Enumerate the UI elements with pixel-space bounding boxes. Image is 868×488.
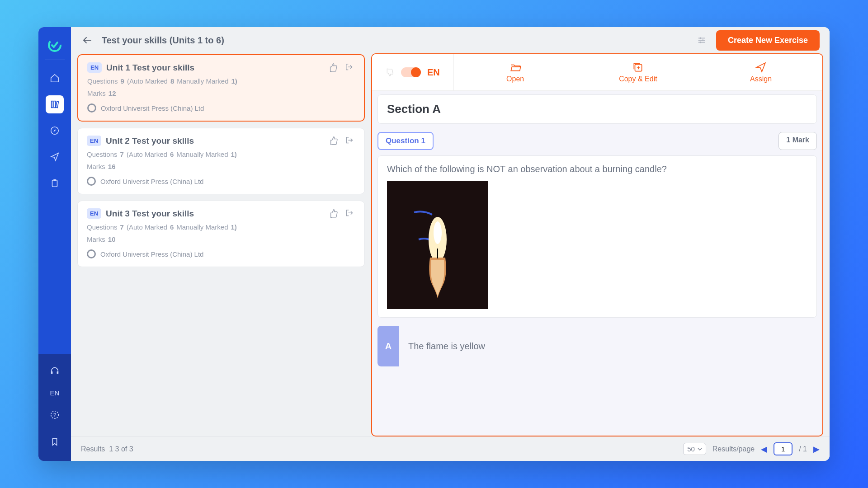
like-button[interactable] — [329, 209, 339, 219]
marks-value: 12 — [108, 89, 116, 97]
nav-items — [46, 69, 64, 192]
exercise-title: Unit 2 Test your skills — [106, 136, 194, 146]
prev-page-button[interactable]: ◀ — [761, 444, 767, 454]
page-title: Test your skills (Units 1 to 6) — [102, 35, 224, 46]
preview-panel: EN Open Copy & Edit Assign — [371, 53, 823, 436]
share-button[interactable] — [345, 136, 355, 146]
compass-icon — [50, 126, 60, 136]
page-input[interactable] — [774, 442, 793, 455]
nav-support[interactable] — [46, 362, 64, 380]
filter-button[interactable] — [695, 34, 708, 47]
share-icon — [345, 209, 355, 219]
nav-bookmark[interactable] — [46, 433, 64, 451]
headset-icon — [50, 366, 60, 376]
paper-plane-icon — [50, 152, 60, 162]
publisher-name: Oxford Universit Press (China) Ltd — [100, 178, 203, 185]
paper-plane-icon — [755, 61, 767, 73]
results-range: 1 3 of 3 — [109, 445, 133, 453]
results-per-page-label: Results/page — [712, 445, 755, 453]
footer: Results 1 3 of 3 50 Results/page ◀ / 1 ▶ — [71, 436, 830, 461]
svg-point-15 — [702, 39, 704, 41]
assign-button[interactable]: Assign — [699, 54, 822, 90]
svg-rect-1 — [52, 101, 53, 108]
content: EN Unit 1 Test your skills Questions 9 (… — [71, 53, 830, 436]
copy-edit-button[interactable]: Copy & Edit — [577, 54, 700, 90]
exercise-card[interactable]: EN Unit 3 Test your skills Questions 7 (… — [77, 201, 365, 267]
lang-toggle[interactable]: EN — [372, 54, 454, 90]
back-button[interactable] — [81, 34, 94, 47]
sliders-icon — [697, 35, 707, 45]
home-icon — [50, 73, 60, 83]
logo — [45, 33, 65, 60]
clipboard-icon — [50, 178, 60, 188]
share-button[interactable] — [345, 209, 355, 219]
share-button[interactable] — [345, 63, 355, 73]
answer-text: The flame is yellow — [408, 341, 485, 352]
svg-rect-2 — [54, 101, 56, 108]
arrow-left-icon — [82, 35, 93, 46]
svg-point-20 — [434, 221, 442, 244]
nav-home[interactable] — [46, 69, 64, 87]
question-image — [387, 181, 488, 309]
manual-label: Manually Marked — [177, 77, 228, 85]
thumbs-up-icon — [329, 136, 339, 146]
topbar: Test your skills (Units 1 to 6) Create N… — [71, 27, 830, 53]
exercise-card[interactable]: EN Unit 1 Test your skills Questions 9 (… — [77, 54, 365, 122]
sidebar-bottom: EN ? — [38, 354, 71, 461]
sidebar: EN ? — [38, 27, 71, 461]
page-total: / 1 — [799, 445, 807, 453]
preview-body: Section A Question 1 1 Mark Which of the… — [372, 91, 822, 436]
nav-library[interactable] — [46, 95, 64, 113]
copy-plus-icon — [632, 61, 644, 73]
lang-badge: EN — [87, 136, 101, 146]
marks-label: Marks — [87, 89, 106, 97]
preview-lang: EN — [427, 67, 440, 78]
publisher-name: Oxford Universit Press (China) Ltd — [101, 104, 204, 112]
svg-rect-6 — [53, 179, 56, 181]
svg-text:?: ? — [53, 412, 57, 418]
results-label: Results — [81, 445, 105, 453]
page-size-select[interactable]: 50 — [683, 443, 706, 455]
svg-rect-7 — [51, 371, 53, 374]
like-button[interactable] — [329, 63, 339, 73]
publisher-logo-icon — [87, 103, 96, 113]
answer-badge: A — [377, 326, 399, 366]
auto-label: (Auto Marked — [127, 77, 168, 85]
question-body: Which of the following is NOT an observa… — [377, 155, 817, 318]
publisher-logo-icon — [87, 249, 96, 258]
question-label[interactable]: Question 1 — [377, 132, 434, 150]
answer-option[interactable]: A The flame is yellow — [377, 326, 817, 366]
questions-label: Questions — [87, 150, 118, 158]
svg-rect-3 — [56, 101, 58, 108]
nav-send[interactable] — [46, 148, 64, 166]
publisher-name: Oxford Universit Press (China) Ltd — [100, 250, 203, 258]
thumbs-down-icon — [386, 68, 395, 77]
publisher-logo-icon — [87, 177, 96, 186]
candle-image-icon — [387, 181, 488, 309]
create-exercise-button[interactable]: Create New Exercise — [716, 30, 820, 51]
svg-rect-8 — [57, 371, 59, 374]
svg-point-14 — [699, 38, 701, 39]
question-text: Which of the following is NOT an observa… — [387, 164, 807, 174]
next-page-button[interactable]: ▶ — [813, 444, 820, 454]
thumbs-up-icon — [329, 63, 339, 73]
app-logo-icon — [47, 38, 62, 52]
svg-rect-5 — [52, 180, 57, 187]
action-bar: EN Open Copy & Edit Assign — [372, 54, 822, 91]
like-button[interactable] — [329, 136, 339, 146]
exercise-card[interactable]: EN Unit 2 Test your skills Questions 7 (… — [77, 128, 365, 194]
toggle-switch[interactable] — [401, 67, 421, 77]
exercise-title: Unit 1 Test your skills — [106, 63, 194, 73]
nav-help[interactable]: ? — [46, 406, 64, 424]
nav-clipboard[interactable] — [46, 174, 64, 192]
section-title: Section A — [377, 94, 817, 124]
folder-open-icon — [509, 61, 521, 73]
chevron-down-icon — [698, 447, 702, 451]
nav-compass[interactable] — [46, 122, 64, 140]
app-window: EN ? Test your skills (Units 1 to 6) Cre… — [38, 27, 830, 461]
auto-value: 8 — [170, 77, 174, 85]
sidebar-lang[interactable]: EN — [50, 389, 60, 397]
questions-label: Questions — [87, 77, 118, 85]
open-button[interactable]: Open — [454, 54, 577, 90]
help-icon: ? — [50, 410, 60, 420]
